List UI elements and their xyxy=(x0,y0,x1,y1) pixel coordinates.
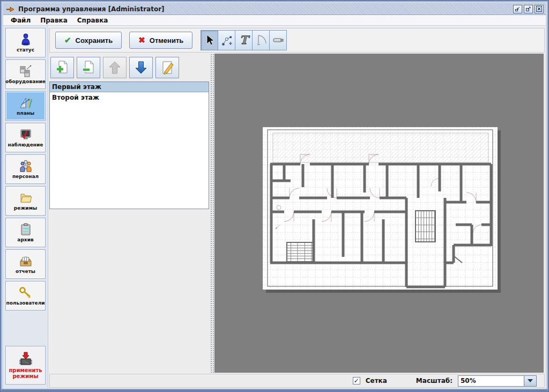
sidebar-item-label: пользователи xyxy=(6,300,44,306)
status-bar: ✓ Сетка Масштаб: 50% xyxy=(49,374,545,388)
door-icon xyxy=(255,34,267,47)
menu-help[interactable]: Справка xyxy=(73,16,113,25)
cancel-button-label: Отменить xyxy=(150,36,184,45)
sidebar-item-label: оборудование xyxy=(5,79,46,84)
main-toolbar: ✔ Сохранить ✖ Отменить xyxy=(49,28,545,53)
panel-splitter[interactable] xyxy=(210,54,214,373)
sidebar-item-modes[interactable]: режимы xyxy=(5,186,46,216)
scale-combobox[interactable]: 50% xyxy=(458,375,537,387)
apply-modes-label-2: режимы xyxy=(12,373,38,379)
minimize-icon xyxy=(515,6,521,12)
page-plus-icon xyxy=(55,60,69,75)
edit-plan-button[interactable] xyxy=(155,57,179,78)
save-button[interactable]: ✔ Сохранить xyxy=(55,32,122,49)
sidebar-item-status[interactable]: статус xyxy=(5,28,46,57)
sidebar-item-archive[interactable]: архив xyxy=(5,218,46,247)
checkmark-icon: ✓ xyxy=(354,378,359,384)
clipboard-icon xyxy=(19,223,33,236)
plan-canvas[interactable] xyxy=(214,54,546,373)
plans-panel: Первый этаж Второй этаж xyxy=(48,54,210,373)
monitor-icon xyxy=(19,128,33,142)
plan-label: Первый этаж xyxy=(52,83,101,91)
drafting-icon xyxy=(19,96,33,110)
floor-plan-drawing[interactable] xyxy=(263,127,501,293)
polyline-node-icon xyxy=(221,34,233,47)
save-button-label: Сохранить xyxy=(76,36,113,45)
menu-file[interactable]: Файл xyxy=(6,16,35,25)
grid-checkbox-label: Сетка xyxy=(366,377,387,384)
plan-list-item[interactable]: Первый этаж xyxy=(50,82,209,92)
minimize-button[interactable] xyxy=(513,5,522,13)
text-tool-button[interactable]: T xyxy=(235,30,253,50)
sidebar-item-label: персонал xyxy=(12,174,39,179)
folder-icon xyxy=(19,191,33,205)
plan-list-item[interactable]: Второй этаж xyxy=(50,92,209,102)
arrow-up-icon xyxy=(108,60,122,75)
sidebar-item-surveillance[interactable]: наблюдение xyxy=(5,123,46,152)
card-file-icon xyxy=(19,254,33,268)
menu-bar: Файл Правка Справка xyxy=(3,15,546,26)
sidebar-item-equipment[interactable]: оборудование xyxy=(5,60,46,89)
svg-text:T: T xyxy=(240,33,250,47)
plans-list-toolbar xyxy=(49,55,209,82)
select-tool-button[interactable] xyxy=(201,30,218,50)
app-icon xyxy=(5,5,15,13)
reader-device-icon xyxy=(272,34,285,47)
close-button[interactable] xyxy=(535,5,544,13)
sidebar-item-users[interactable]: пользователи xyxy=(5,281,46,310)
door-tool-button[interactable] xyxy=(252,30,270,50)
person-icon xyxy=(19,33,33,47)
node-tool-button[interactable] xyxy=(218,30,235,50)
maximize-icon xyxy=(525,6,531,12)
scale-label: Масштаб: xyxy=(416,377,452,384)
title-bar[interactable]: Программа управления [Administrator] xyxy=(3,3,546,15)
pencil-icon xyxy=(160,60,174,75)
drawing-tools: T xyxy=(201,30,287,50)
page-minus-icon xyxy=(81,60,95,75)
sidebar-item-plans[interactable]: планы xyxy=(5,91,46,121)
cursor-icon xyxy=(204,34,216,47)
sidebar-item-label: режимы xyxy=(14,205,37,211)
letter-t-icon: T xyxy=(238,33,250,47)
devices-icon xyxy=(19,64,33,78)
apply-modes-label-1: применить xyxy=(9,367,42,373)
chip-icon xyxy=(18,351,34,367)
chevron-down-icon xyxy=(528,379,533,382)
sidebar-item-label: наблюдение xyxy=(8,142,43,147)
sidebar-item-label: статус xyxy=(17,47,34,53)
arrow-down-icon xyxy=(134,60,148,75)
sidebar-item-label: планы xyxy=(17,110,34,116)
close-icon xyxy=(536,6,542,12)
maximize-button[interactable] xyxy=(524,5,533,13)
remove-plan-button[interactable] xyxy=(77,57,100,78)
window-title: Программа управления [Administrator] xyxy=(18,5,513,13)
plans-list: Первый этаж Второй этаж xyxy=(49,82,209,209)
scale-value: 50% xyxy=(458,376,524,386)
cross-icon: ✖ xyxy=(138,35,145,45)
sidebar-item-label: отчеты xyxy=(16,269,35,274)
application-window: Программа управления [Administrator] xyxy=(0,0,549,392)
move-down-button[interactable] xyxy=(129,57,153,78)
sidebar: статус оборудование xyxy=(3,26,48,389)
grid-checkbox[interactable]: ✓ xyxy=(353,377,360,384)
combo-dropdown-button[interactable] xyxy=(524,376,536,386)
sidebar-item-personnel[interactable]: персонал xyxy=(5,154,46,184)
reader-tool-button[interactable] xyxy=(269,30,287,50)
sidebar-item-label: архив xyxy=(17,237,33,242)
people-icon xyxy=(19,159,33,173)
add-plan-button[interactable] xyxy=(50,57,74,78)
menu-edit[interactable]: Правка xyxy=(36,16,72,25)
cancel-button[interactable]: ✖ Отменить xyxy=(129,32,192,49)
plan-label: Второй этаж xyxy=(52,94,99,101)
sidebar-item-reports[interactable]: отчеты xyxy=(5,249,46,279)
move-up-button[interactable] xyxy=(103,57,127,78)
key-icon xyxy=(19,286,33,300)
apply-modes-button[interactable]: применить режимы xyxy=(5,346,46,384)
check-icon: ✔ xyxy=(64,35,71,45)
window-border xyxy=(1,389,548,391)
